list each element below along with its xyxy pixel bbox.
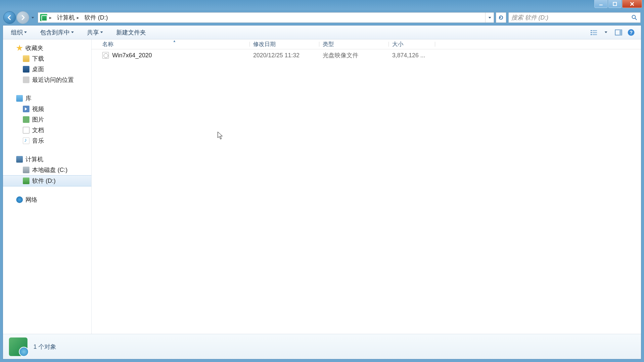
sidebar-item-music[interactable]: 音乐	[3, 135, 91, 146]
sidebar-libraries-header[interactable]: 库	[3, 93, 91, 104]
sidebar-label: 下载	[32, 55, 44, 63]
window-titlebar	[0, 0, 644, 10]
column-label: 类型	[323, 41, 334, 47]
file-type: 光盘映像文件	[319, 51, 389, 59]
column-header-type[interactable]: 类型	[319, 40, 389, 48]
recent-icon	[23, 77, 29, 83]
toolbar-label: 新建文件夹	[116, 28, 146, 36]
sidebar-network-header[interactable]: 网络	[3, 194, 91, 205]
details-pane: 1 个对象	[3, 334, 641, 359]
chevron-down-icon	[24, 31, 27, 33]
computer-icon	[16, 156, 23, 163]
desktop-icon	[23, 66, 29, 73]
command-bar: 组织 包含到库中 共享 新建文件夹 ?	[3, 26, 641, 39]
search-box[interactable]	[508, 12, 641, 23]
nav-history-dropdown[interactable]	[30, 13, 36, 23]
library-icon	[16, 95, 23, 102]
view-mode-button[interactable]	[589, 27, 599, 38]
svg-rect-10	[620, 30, 622, 35]
search-input[interactable]	[511, 14, 631, 21]
sidebar-item-desktop[interactable]: 桌面	[3, 64, 91, 75]
sidebar-label: 软件 (D:)	[32, 177, 56, 185]
music-icon	[23, 137, 29, 144]
column-header-modified[interactable]: 修改日期	[250, 40, 319, 48]
sidebar-label: 收藏夹	[25, 44, 43, 52]
include-in-library-button[interactable]: 包含到库中	[37, 27, 77, 38]
chevron-down-icon	[488, 17, 491, 19]
refresh-button[interactable]	[496, 12, 506, 23]
sidebar-label: 网络	[25, 196, 37, 204]
minimize-button[interactable]	[594, 0, 608, 8]
breadcrumb-segment-computer[interactable]: 计算机 ▸	[54, 13, 81, 23]
svg-rect-6	[592, 32, 597, 33]
maximize-button[interactable]	[608, 0, 621, 8]
chevron-down-icon	[100, 31, 103, 33]
navigation-row: ▸ 计算机 ▸ 软件 (D:)	[0, 10, 644, 25]
svg-rect-5	[591, 32, 592, 33]
chevron-down-icon	[71, 31, 74, 33]
column-label: 修改日期	[253, 41, 276, 47]
file-row[interactable]: Win7x64_2020 2020/12/25 11:32 光盘映像文件 3,8…	[92, 49, 641, 61]
toolbar-label: 包含到库中	[40, 28, 70, 36]
sidebar-item-recent[interactable]: 最近访问的位置	[3, 75, 91, 85]
drive-icon	[23, 178, 29, 184]
chevron-right-icon: ▸	[49, 15, 52, 20]
drive-large-icon	[9, 337, 27, 356]
svg-rect-1	[613, 2, 617, 6]
drive-icon	[23, 167, 29, 173]
column-label: 名称	[102, 41, 114, 47]
chevron-right-icon: ▸	[77, 15, 79, 20]
sidebar-item-drive-c[interactable]: 本地磁盘 (C:)	[3, 165, 91, 175]
sidebar-item-documents[interactable]: 文档	[3, 125, 91, 135]
breadcrumb-label: 软件 (D:)	[84, 14, 108, 22]
help-button[interactable]: ?	[626, 27, 636, 38]
chevron-down-icon	[31, 17, 34, 19]
document-icon	[23, 127, 29, 133]
svg-rect-7	[591, 34, 592, 35]
sort-indicator-icon: ▲	[173, 39, 176, 43]
navigation-pane[interactable]: 收藏夹 下载 桌面 最近访问的位置 库	[3, 39, 92, 334]
back-button[interactable]	[3, 11, 16, 24]
organize-button[interactable]: 组织	[8, 27, 30, 38]
svg-text:?: ?	[629, 29, 632, 35]
breadcrumb-segment-current[interactable]: 软件 (D:)	[81, 13, 110, 23]
network-icon	[16, 196, 23, 203]
sidebar-favorites-header[interactable]: 收藏夹	[3, 43, 91, 53]
sidebar-label: 计算机	[25, 155, 43, 163]
sidebar-item-videos[interactable]: 视频	[3, 104, 91, 114]
close-button[interactable]	[622, 0, 642, 8]
sidebar-label: 图片	[32, 116, 44, 124]
address-bar[interactable]: ▸ 计算机 ▸ 软件 (D:)	[38, 12, 494, 23]
sidebar-item-downloads[interactable]: 下载	[3, 53, 91, 64]
address-root-icon[interactable]: ▸	[38, 13, 54, 23]
address-dropdown[interactable]	[485, 13, 494, 23]
svg-rect-8	[592, 34, 597, 35]
new-folder-button[interactable]: 新建文件夹	[113, 27, 149, 38]
search-icon	[631, 14, 638, 21]
sidebar-item-drive-d[interactable]: 软件 (D:)	[3, 175, 91, 186]
column-label: 大小	[392, 41, 403, 47]
picture-icon	[23, 116, 29, 123]
view-mode-dropdown[interactable]	[601, 27, 611, 38]
forward-button[interactable]	[17, 11, 29, 24]
breadcrumb-label: 计算机	[57, 14, 75, 22]
sidebar-label: 音乐	[32, 137, 44, 145]
chevron-down-icon	[605, 31, 607, 33]
share-button[interactable]: 共享	[84, 27, 106, 38]
sidebar-item-pictures[interactable]: 图片	[3, 114, 91, 125]
sidebar-label: 文档	[32, 126, 44, 134]
toolbar-label: 组织	[11, 28, 23, 36]
svg-rect-0	[599, 5, 603, 5]
svg-rect-3	[591, 30, 592, 31]
sidebar-label: 库	[25, 94, 31, 102]
preview-pane-button[interactable]	[613, 27, 624, 38]
sidebar-computer-header[interactable]: 计算机	[3, 154, 91, 165]
sidebar-label: 桌面	[32, 65, 44, 73]
column-header-name[interactable]: ▲ 名称	[99, 40, 250, 48]
file-name: Win7x64_2020	[112, 52, 152, 59]
video-icon	[23, 106, 29, 112]
iso-file-icon	[102, 52, 109, 59]
sidebar-label: 本地磁盘 (C:)	[32, 166, 68, 174]
column-header-size[interactable]: 大小	[389, 40, 435, 48]
file-list-pane: ▲ 名称 修改日期 类型 大小	[92, 39, 641, 334]
